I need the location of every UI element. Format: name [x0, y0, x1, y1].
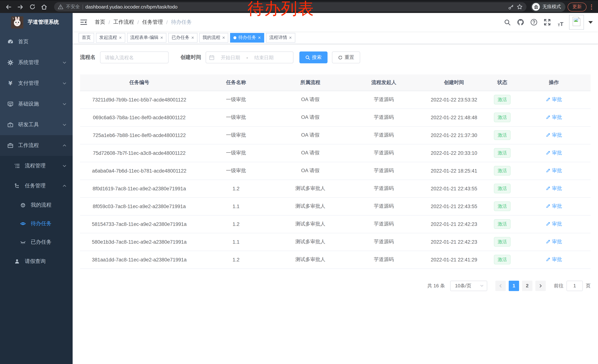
browser-back-button[interactable]: [4, 2, 13, 12]
browser-menu-icon[interactable]: [589, 4, 594, 9]
header-search-button[interactable]: [502, 17, 512, 27]
github-icon: [517, 18, 524, 26]
sidebar-item-leave-query[interactable]: 请假查询: [0, 251, 73, 271]
font-size-button[interactable]: TT: [556, 17, 565, 27]
cell-status: 激活: [487, 126, 517, 144]
breadcrumb-item[interactable]: 任务管理 /: [142, 19, 171, 25]
view-tab[interactable]: 首页: [79, 33, 94, 42]
sidebar-item-home[interactable]: 首页: [0, 32, 73, 52]
col-starter: 流程发起人: [347, 74, 421, 91]
dashboard-icon: [8, 39, 13, 45]
approve-link[interactable]: 审批: [546, 132, 562, 138]
breadcrumb-item[interactable]: 待办任务: [171, 19, 192, 25]
broken-image-icon: [573, 17, 581, 26]
approve-link[interactable]: 审批: [546, 203, 562, 210]
sidebar-item-done-tasks[interactable]: 已办任务: [0, 233, 73, 251]
avatar-dropdown-caret[interactable]: [588, 21, 593, 24]
end-date-input[interactable]: [249, 55, 278, 60]
col-actions: 操作: [517, 74, 590, 91]
edit-pen-icon: [546, 133, 551, 138]
create-time-range-picker[interactable]: -: [206, 51, 293, 63]
scaled-viewport: 待办列表 不安全 dashboard.yudao.iocoder.cn/bpm/…: [0, 0, 598, 364]
sidebar-item-system[interactable]: 系统管理: [0, 52, 73, 73]
view-tab[interactable]: 我的流程 ×: [199, 33, 228, 42]
sidebar-item-infrastructure[interactable]: 基础设施: [0, 94, 73, 114]
view-tab[interactable]: 已办任务 ×: [168, 33, 197, 42]
chevron-down-icon: [62, 81, 67, 86]
bookmark-star-icon[interactable]: [516, 4, 523, 10]
approve-link[interactable]: 审批: [546, 150, 562, 156]
active-tab-dot: [234, 36, 237, 39]
browser-forward-button[interactable]: [16, 2, 25, 12]
cell-created: 2022-01-21 22:42:23: [421, 215, 487, 233]
fullscreen-button[interactable]: [542, 17, 552, 27]
password-key-icon[interactable]: [508, 4, 514, 10]
status-badge: 激活: [494, 255, 511, 264]
edit-pen-icon: [546, 115, 551, 120]
sidebar-item-my-process[interactable]: 我的流程: [0, 196, 73, 214]
approve-link[interactable]: 审批: [546, 256, 562, 263]
github-link[interactable]: [516, 17, 525, 27]
page-size-select[interactable]: 10条/页: [450, 281, 487, 291]
cell-task-name: 1.1: [199, 233, 274, 251]
cell-actions: 审批: [517, 233, 590, 251]
start-date-input[interactable]: [216, 55, 245, 60]
search-button[interactable]: 搜索: [299, 51, 328, 63]
tab-close-icon[interactable]: ×: [222, 35, 225, 40]
tab-close-icon[interactable]: ×: [258, 35, 261, 40]
cell-actions: 审批: [517, 126, 590, 144]
breadcrumb-item[interactable]: 首页 /: [95, 19, 113, 25]
approve-link[interactable]: 审批: [546, 238, 562, 245]
tab-label: 流程详情: [269, 34, 287, 41]
view-tab[interactable]: 流程表单-编辑 ×: [127, 33, 166, 42]
sidebar-item-task-management[interactable]: 任务管理: [0, 176, 73, 196]
eye-closed-icon: [20, 239, 26, 245]
table-row: 58154733-7ac8-11ec-a9e2-a2380e71991a 1.2…: [80, 215, 590, 233]
browser-update-button[interactable]: 更新: [568, 2, 587, 11]
cell-task-id: a6aba0a4-7b6d-11ec-b781-acde48001122: [80, 162, 199, 180]
red-annotation-text: 待办列表: [248, 0, 314, 17]
approve-link[interactable]: 审批: [546, 185, 562, 192]
view-tab[interactable]: 发起流程 ×: [96, 33, 125, 42]
user-avatar[interactable]: [569, 15, 584, 30]
approve-link[interactable]: 审批: [546, 167, 562, 174]
page-1-button[interactable]: 1: [509, 281, 519, 291]
status-badge: 激活: [494, 130, 511, 140]
svg-text:¥: ¥: [8, 80, 12, 86]
edit-pen-icon: [546, 186, 551, 191]
sidebar-item-todo-tasks[interactable]: 待办任务: [0, 214, 73, 233]
gear-icon: [8, 60, 13, 65]
app-logo-row[interactable]: 芋道管理系统: [0, 13, 73, 32]
sidebar-item-dev-tools[interactable]: 研发工具: [0, 114, 73, 135]
approve-link[interactable]: 审批: [546, 221, 562, 227]
search-icon: [504, 19, 511, 26]
view-tab[interactable]: 待办任务 ×: [230, 33, 264, 42]
cell-task-name: 1.1: [199, 197, 274, 215]
process-name-input[interactable]: [100, 51, 169, 63]
tab-close-icon[interactable]: ×: [119, 35, 122, 40]
next-page-button[interactable]: [535, 281, 546, 291]
tab-close-icon[interactable]: ×: [160, 35, 163, 40]
sidebar-item-payment[interactable]: ¥ 支付管理: [0, 73, 73, 94]
cell-status: 激活: [487, 251, 517, 268]
browser-reload-button[interactable]: [27, 2, 37, 12]
approve-link[interactable]: 审批: [546, 96, 562, 103]
tab-close-icon[interactable]: ×: [289, 35, 292, 40]
cell-actions: 审批: [517, 180, 590, 197]
cell-process: OA 请假: [274, 144, 347, 162]
tab-close-icon[interactable]: ×: [191, 35, 194, 40]
cell-process: OA 请假: [274, 162, 347, 180]
help-docs-button[interactable]: [529, 17, 539, 27]
prev-page-button[interactable]: [495, 281, 506, 291]
sidebar-item-workflow[interactable]: 工作流程: [0, 135, 73, 156]
view-tab[interactable]: 流程详情 ×: [266, 33, 295, 42]
page-2-button[interactable]: 2: [522, 281, 532, 291]
approve-link[interactable]: 审批: [546, 114, 562, 121]
sidebar-collapse-button[interactable]: [78, 18, 90, 26]
sidebar-item-process-management[interactable]: 流程管理: [0, 156, 73, 176]
arrow-right-icon: [17, 4, 24, 10]
browser-home-button[interactable]: [39, 2, 49, 12]
goto-page-input[interactable]: [566, 281, 583, 291]
breadcrumb-item[interactable]: 工作流程 /: [113, 19, 142, 25]
reset-button[interactable]: 重置: [332, 51, 360, 63]
